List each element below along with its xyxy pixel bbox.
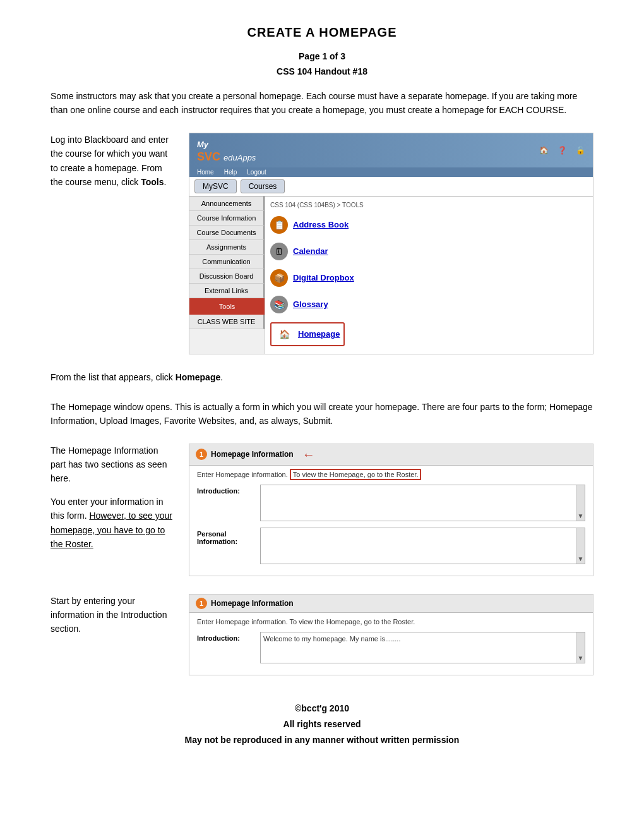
- intro-label-2: Introduction:: [197, 632, 254, 642]
- sidebar-external[interactable]: External Links: [189, 284, 265, 298]
- form-section-title-2: Homepage Information: [211, 599, 294, 608]
- form-desc-1: Enter Homepage information. To view the …: [197, 471, 585, 478]
- scroll-arrow-3: ▼: [578, 655, 584, 662]
- scroll-arrow-2: ▼: [578, 555, 584, 562]
- intro-label-1: Introduction:: [197, 485, 254, 495]
- tool-calendar: 🗓 Calendar: [270, 240, 588, 263]
- personal-textarea-1[interactable]: ▼: [260, 528, 585, 564]
- section-2a-para: The Homepage Information part has two se…: [51, 444, 174, 486]
- section-1b-text: From the list that appears, click Homepa…: [51, 372, 223, 382]
- intro-row-1: Introduction: ▼: [197, 485, 585, 521]
- bb-header: My SVC eduApps 🏠 ❓ 🔓: [189, 133, 593, 167]
- sidebar-classweb[interactable]: CLASS WEB SITE: [189, 315, 265, 329]
- bb-tools-list: 📋 Address Book 🗓 Calendar 📦 Digital Drop…: [270, 214, 588, 349]
- scroll-indicator-2: ▼: [576, 528, 585, 564]
- bb-logo: My SVC eduApps: [197, 137, 256, 164]
- page-title: CREATE A HOMEPAGE: [51, 25, 593, 40]
- section-3-block: Start by entering your information in th…: [51, 594, 593, 675]
- section-1-text: Log into Blackboard and enter the course…: [51, 133, 174, 190]
- form-header-2: 1 Homepage Information: [189, 595, 593, 613]
- logo-svc: SVC: [197, 150, 220, 163]
- section-1-block: Log into Blackboard and enter the course…: [51, 133, 593, 354]
- form-header-1: 1 Homepage Information ←: [189, 444, 593, 466]
- tool-addressbook: 📋 Address Book: [270, 214, 588, 236]
- footer-line1: ©bcct'g 2010: [51, 701, 593, 716]
- bb-breadcrumb: CSS 104 (CSS 104BS) > TOOLS: [270, 202, 588, 208]
- section-2b-para: You enter your information in this form.…: [51, 495, 174, 552]
- form-section-title-1: Homepage Information: [211, 450, 294, 459]
- calendar-icon: 🗓: [270, 243, 288, 260]
- homepage-form-screenshot-1: 1 Homepage Information ← Enter Homepage …: [189, 444, 593, 576]
- sidebar-discussion[interactable]: Discussion Board: [189, 269, 265, 284]
- section-2-block: The Homepage Information part has two se…: [51, 444, 593, 576]
- intro-textarea-2[interactable]: Welcome to my homepage. My name is......…: [260, 632, 585, 663]
- handout-info: CSS 104 Handout #18: [51, 66, 593, 76]
- bb-nav: MySVC Courses: [189, 177, 593, 196]
- form-arrow: ←: [302, 447, 315, 462]
- glossary-icon: 📚: [270, 296, 288, 313]
- bb-body: Announcements Course Information Course …: [189, 196, 593, 354]
- logout-icon[interactable]: 🔓: [576, 146, 585, 155]
- personal-row-1: PersonalInformation: ▼: [197, 528, 585, 564]
- intro-textarea-1[interactable]: ▼: [260, 485, 585, 521]
- form-desc-2: Enter Homepage information. To view the …: [197, 618, 585, 626]
- addressbook-link[interactable]: Address Book: [293, 220, 349, 229]
- personal-label-1: PersonalInformation:: [197, 528, 254, 545]
- middle-paragraph: The Homepage window opens. This is actua…: [51, 400, 593, 428]
- sidebar-announcements[interactable]: Announcements: [189, 196, 265, 211]
- sidebar-communication[interactable]: Communication: [189, 255, 265, 269]
- bb-main: CSS 104 (CSS 104BS) > TOOLS 📋 Address Bo…: [265, 196, 593, 354]
- help-label: Help: [224, 169, 237, 176]
- intro-value: Welcome to my homepage. My name is......…: [261, 632, 585, 645]
- logo-apps: Apps: [237, 153, 256, 162]
- tool-homepage: 🏠 Homepage: [270, 320, 588, 349]
- homepage-highlight-box: 🏠 Homepage: [270, 322, 345, 346]
- tools-bold: Tools: [141, 177, 164, 187]
- form-section-number-1: 1: [196, 449, 207, 460]
- footer-line3: May not be reproduced in any manner with…: [51, 732, 593, 748]
- sidebar-course-docs[interactable]: Course Documents: [189, 226, 265, 240]
- scroll-indicator-1: ▼: [576, 485, 585, 521]
- blackboard-screenshot-1: My SVC eduApps 🏠 ❓ 🔓 Home Help Logout My…: [189, 133, 593, 354]
- help-icon[interactable]: ❓: [558, 146, 567, 155]
- form-section-number-2: 1: [196, 598, 207, 609]
- form-body-2: Enter Homepage information. To view the …: [189, 613, 593, 675]
- bb-sidebar: Announcements Course Information Course …: [189, 196, 265, 354]
- sidebar-course-info[interactable]: Course Information: [189, 211, 265, 226]
- logo-edu: edu: [224, 153, 237, 162]
- section-3-text: Start by entering your information in th…: [51, 594, 174, 636]
- logo-my: My: [197, 140, 208, 149]
- logout-label: Logout: [247, 169, 266, 176]
- mysvc-nav-btn[interactable]: MySVC: [194, 179, 237, 193]
- courses-nav-btn[interactable]: Courses: [241, 179, 285, 193]
- section-1b-text-block: From the list that appears, click Homepa…: [51, 372, 593, 382]
- bb-icon-labels: Home Help Logout: [189, 167, 593, 177]
- dropbox-link[interactable]: Digital Dropbox: [293, 273, 354, 282]
- bb-icon-group: 🏠 ❓ 🔓: [539, 146, 585, 155]
- homepage-link[interactable]: Homepage: [298, 329, 340, 339]
- intro-paragraph: Some instructors may ask that you create…: [51, 89, 593, 118]
- footer: ©bcct'g 2010 All rights reserved May not…: [51, 701, 593, 749]
- footer-line2: All rights reserved: [51, 716, 593, 732]
- homepage-form-screenshot-2: 1 Homepage Information Enter Homepage in…: [189, 594, 593, 675]
- form-body-1: Enter Homepage information. To view the …: [189, 466, 593, 576]
- sidebar-tools[interactable]: Tools: [189, 298, 265, 315]
- scroll-indicator-3: ▼: [576, 632, 585, 663]
- addressbook-icon: 📋: [270, 216, 288, 234]
- home-icon[interactable]: 🏠: [539, 146, 549, 155]
- tool-dropbox: 📦 Digital Dropbox: [270, 267, 588, 289]
- roster-underline: However, to see your homepage, you have …: [51, 511, 172, 549]
- homepage-bold: Homepage: [176, 372, 221, 382]
- sidebar-assignments[interactable]: Assignments: [189, 240, 265, 255]
- section-2-text: The Homepage Information part has two se…: [51, 444, 174, 552]
- dropbox-icon: 📦: [270, 269, 288, 287]
- tool-glossary: 📚 Glossary: [270, 293, 588, 316]
- scroll-arrow-1: ▼: [578, 512, 584, 519]
- roster-highlight: To view the Homepage, go to the Roster.: [290, 469, 422, 480]
- homepage-icon: 🏠: [275, 325, 293, 343]
- calendar-link[interactable]: Calendar: [293, 246, 328, 256]
- glossary-link[interactable]: Glossary: [293, 299, 328, 309]
- intro-row-2: Introduction: Welcome to my homepage. My…: [197, 632, 585, 663]
- home-label: Home: [197, 169, 214, 176]
- page-info: Page 1 of 3: [51, 51, 593, 61]
